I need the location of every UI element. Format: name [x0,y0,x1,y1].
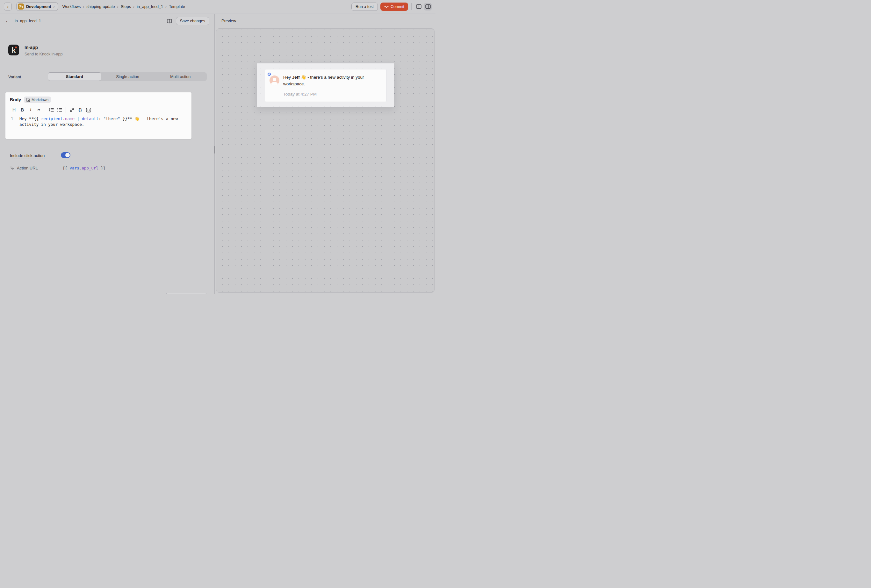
body-code-line[interactable]: Hey **{{ recipient.name | default: "ther… [19,116,187,127]
top-bar: ‹ Development › Workflows › shipping-upd… [0,0,436,13]
bold-icon[interactable]: B [18,107,27,113]
notification-message: Hey Jeff 👋 - there's a new activity in y… [283,74,381,87]
toggle-right-panel-button[interactable] [424,3,432,10]
markdown-format-badge[interactable]: Markdown [24,97,51,103]
variant-option-single-action[interactable]: Single-action [101,72,154,81]
channel-subtitle: Send to Knock in-app [24,52,63,56]
body-editor-card: Body Markdown H B I ” [5,92,192,139]
breadcrumb-template[interactable]: Template [169,4,185,9]
action-url-value[interactable]: {{ vars.app_url }} [63,166,105,171]
breadcrumb-workflows[interactable]: Workflows [63,4,81,9]
preview-canvas: Hey Jeff 👋 - there's a new activity in y… [216,28,434,293]
blockquote-icon[interactable]: ” [35,107,43,113]
action-url-label: Action URL [17,166,38,171]
template-editor-panel: ← in_app_feed_1 Save changes k In-app Se… [0,14,215,294]
section-divider [0,65,214,65]
section-divider [0,90,214,90]
ordered-list-icon[interactable] [47,107,55,113]
body-label: Body [10,97,21,102]
channel-title: In-app [24,45,63,50]
liquid-braces-icon[interactable]: {} [76,107,84,113]
recipient-name: Jeff [292,75,300,79]
preview-header: Preview [215,14,436,28]
breadcrumb-steps[interactable]: Steps [121,4,131,9]
person-icon [273,78,276,81]
include-click-action-label: Include click action [10,153,45,159]
breadcrumb-workflow-name[interactable]: shipping-update [87,4,115,9]
knock-template-editor: ‹ Development › Workflows › shipping-upd… [0,0,436,294]
variant-label: Variant [8,75,21,79]
preview-panel: Preview Hey Jeff 👋 - there's a new activ… [215,14,436,294]
commit-button[interactable]: Commit [380,3,408,11]
panel-right-icon [425,4,431,9]
docs-book-icon[interactable] [167,19,172,24]
breadcrumb-separator: › [115,4,121,9]
unread-indicator-icon [268,73,271,76]
link-icon[interactable] [68,107,76,113]
environment-switcher[interactable]: Development › [16,2,58,11]
save-changes-button[interactable]: Save changes [176,17,209,25]
line-number: 1 [10,116,19,127]
bullet-list-icon[interactable] [55,107,64,113]
commit-icon [384,5,389,9]
toolbar-divider [45,107,45,113]
body-code-editor[interactable]: 1 Hey **{{ recipient.name | default: "th… [10,116,187,127]
panel-left-icon [416,4,422,9]
knock-in-app-logo-icon: k [8,45,19,55]
topbar-actions: Run a test Commit [352,3,432,11]
formatting-toolbar: H B I ” [10,107,187,113]
action-url-row: Action URL [10,166,38,171]
preview-title: Preview [221,18,236,23]
back-chevron-icon: ‹ [7,4,9,9]
notification-timestamp: Today at 4:27 PM [283,92,317,97]
channel-info: k In-app Send to Knock in-app [8,45,63,56]
italic-icon[interactable]: I [27,107,35,113]
markdown-file-icon [27,98,30,102]
avatar [269,75,279,85]
toggle-knob [65,153,70,157]
nested-arrow-icon [10,166,14,170]
variant-segmented-control: Standard Single-action Multi-action [48,72,207,81]
code-block-icon[interactable] [84,107,93,113]
notification-preview-card[interactable]: Hey Jeff 👋 - there's a new activity in y… [265,69,386,102]
variant-option-multi-action[interactable]: Multi-action [154,72,207,81]
history-back-button[interactable]: ‹ [4,3,12,10]
section-divider [0,150,214,150]
environment-folder-icon [18,3,24,9]
breadcrumb-separator: › [81,4,86,9]
include-click-action-toggle[interactable] [61,152,70,158]
chevron-right-icon: › [54,4,55,9]
step-name: in_app_feed_1 [15,19,41,23]
back-arrow-icon[interactable]: ← [5,18,10,24]
run-a-test-button[interactable]: Run a test [352,3,378,11]
breadcrumb-separator: › [131,4,137,9]
environment-name: Development [26,4,51,9]
editor-header: ← in_app_feed_1 Save changes [0,14,214,28]
toggle-controls-button[interactable]: Toggle controls K [165,293,207,294]
toolbar-divider [66,107,66,113]
topbar-divider [411,3,412,10]
heading-icon[interactable]: H [10,107,18,113]
variant-option-standard[interactable]: Standard [48,72,101,81]
toggle-left-panel-button[interactable] [415,3,422,10]
feed-preview-wrapper: Hey Jeff 👋 - there's a new activity in y… [257,63,394,107]
breadcrumb-step-name[interactable]: in_app_feed_1 [137,4,163,9]
breadcrumb-separator: › [163,4,169,9]
